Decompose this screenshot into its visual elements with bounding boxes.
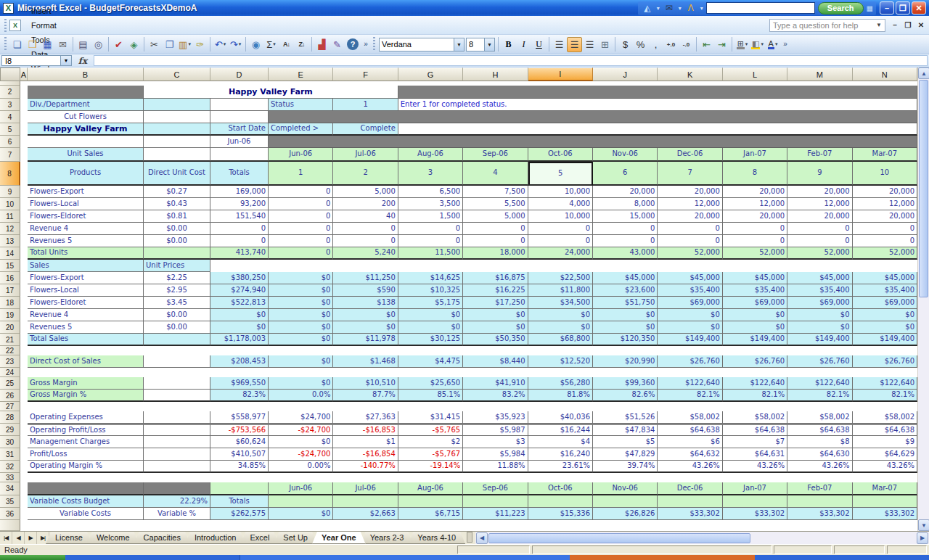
cell-C16[interactable]: $2.25 bbox=[144, 272, 210, 284]
cell-C19[interactable]: $0.00 bbox=[144, 309, 210, 321]
row-header-18[interactable]: 18 bbox=[0, 297, 20, 309]
copy-button[interactable]: ❐ bbox=[162, 37, 177, 52]
cell-I35[interactable] bbox=[528, 495, 593, 508]
cell-D4[interactable] bbox=[210, 111, 269, 123]
cell-F9[interactable]: 5,000 bbox=[333, 186, 398, 198]
cell-N10[interactable]: 12,000 bbox=[853, 198, 917, 210]
addon-search-input[interactable] bbox=[706, 2, 815, 14]
cell-D7[interactable] bbox=[210, 148, 269, 162]
currency-button[interactable]: $ bbox=[618, 37, 633, 52]
cell-G13[interactable]: 0 bbox=[398, 235, 463, 247]
comma-button[interactable]: , bbox=[648, 37, 663, 52]
cell-I10[interactable]: 4,000 bbox=[528, 198, 593, 210]
cell-K20[interactable]: $0 bbox=[658, 321, 722, 334]
font-color-button[interactable]: A▾ bbox=[765, 37, 780, 52]
cell-B25[interactable]: Gross Margin bbox=[28, 377, 144, 390]
cell-N30[interactable]: $9 bbox=[853, 436, 917, 448]
cell-K25[interactable]: $122,640 bbox=[658, 377, 722, 390]
workbook-minimize-button[interactable]: – bbox=[890, 21, 900, 29]
cell-L19[interactable]: $0 bbox=[723, 309, 787, 321]
cell-L12[interactable]: 0 bbox=[723, 223, 787, 235]
cell-D26[interactable]: 82.3% bbox=[210, 390, 269, 402]
cell-I7[interactable]: Oct-06 bbox=[528, 148, 593, 162]
cell-M21[interactable]: $149,400 bbox=[787, 334, 852, 346]
cell-K36[interactable]: $33,302 bbox=[658, 508, 722, 520]
cell-F7[interactable]: Jul-06 bbox=[333, 148, 398, 162]
cell-M9[interactable]: 20,000 bbox=[787, 186, 852, 198]
cell-L17[interactable]: $35,400 bbox=[723, 284, 787, 297]
cell-M32[interactable]: 43.26% bbox=[787, 461, 852, 473]
cell-B8[interactable]: Products bbox=[28, 162, 144, 186]
cell-G9[interactable]: 6,500 bbox=[398, 186, 463, 198]
aim-running-man-icon[interactable]: Λ bbox=[684, 2, 697, 14]
cell-K13[interactable]: 0 bbox=[658, 235, 722, 247]
cell-N26[interactable]: 82.1% bbox=[853, 390, 917, 402]
cell-G20[interactable]: $0 bbox=[398, 321, 463, 334]
cell-C32[interactable] bbox=[144, 461, 210, 473]
cell-N7[interactable]: Mar-07 bbox=[853, 148, 917, 162]
cell-N36[interactable]: $33,302 bbox=[853, 508, 917, 520]
cell-E12[interactable]: 0 bbox=[269, 223, 333, 235]
bold-button[interactable]: B bbox=[501, 37, 516, 52]
new-document-button[interactable]: ❏ bbox=[9, 37, 25, 52]
cell-H10[interactable]: 5,500 bbox=[463, 198, 528, 210]
cell-B3[interactable]: Div./Department bbox=[28, 99, 144, 111]
row-header-13[interactable]: 13 bbox=[0, 235, 20, 247]
cell-H31[interactable]: $5,984 bbox=[463, 448, 528, 461]
cell-N19[interactable]: $0 bbox=[853, 309, 917, 321]
underline-button[interactable]: U bbox=[531, 37, 547, 52]
cell-I31[interactable]: $16,240 bbox=[528, 448, 593, 461]
cell-H34[interactable]: Sep-06 bbox=[463, 482, 528, 495]
cell-B14[interactable]: Total Units bbox=[28, 247, 144, 260]
cell-C2[interactable]: Happy Valley Farm bbox=[144, 86, 398, 99]
chevron-down-icon[interactable]: ▾ bbox=[761, 41, 764, 47]
row-header-22[interactable]: 22 bbox=[0, 346, 20, 355]
cell-J32[interactable]: 39.74% bbox=[593, 461, 658, 473]
cell-E29[interactable]: -$24,700 bbox=[269, 424, 333, 436]
cell-J30[interactable]: $5 bbox=[593, 436, 658, 448]
cell-G30[interactable]: $2 bbox=[398, 436, 463, 448]
cell-B32[interactable]: Operating Margin % bbox=[28, 461, 144, 473]
column-header-J[interactable]: J bbox=[593, 67, 658, 81]
cell-L9[interactable]: 20,000 bbox=[723, 186, 787, 198]
scroll-down-icon[interactable]: ▼ bbox=[918, 519, 929, 531]
addon-search-button[interactable]: Search bbox=[818, 2, 864, 15]
cell-K21[interactable]: $149,400 bbox=[658, 334, 722, 346]
chevron-down-icon[interactable]: ▾ bbox=[679, 5, 682, 12]
cell-E3[interactable]: Status bbox=[269, 99, 333, 111]
cell-B7[interactable]: Unit Sales bbox=[28, 148, 144, 162]
cell-F26[interactable]: 87.7% bbox=[333, 390, 398, 402]
cell-G23[interactable]: $4,475 bbox=[398, 355, 463, 368]
cell-B29[interactable]: Operating Profit/Loss bbox=[28, 424, 144, 436]
column-header-M[interactable]: M bbox=[787, 67, 852, 81]
cell-B9[interactable]: Flowers-Export bbox=[28, 186, 144, 198]
cell-G35[interactable] bbox=[398, 495, 463, 508]
cell-E34[interactable]: Jun-06 bbox=[269, 482, 333, 495]
cell-D8[interactable]: Totals bbox=[210, 162, 269, 186]
column-header-I[interactable]: I bbox=[528, 67, 593, 81]
cell-J13[interactable]: 0 bbox=[593, 235, 658, 247]
decrease-decimal-button[interactable]: -.0 bbox=[679, 37, 694, 52]
sheet-tab-years-4-10[interactable]: Years 4-10 bbox=[408, 532, 465, 544]
cell-F30[interactable]: $1 bbox=[333, 436, 398, 448]
addon-grid-icon[interactable]: ▦ bbox=[867, 4, 873, 12]
cell-H8[interactable]: 4 bbox=[463, 162, 528, 186]
row-header-4[interactable]: 4 bbox=[0, 111, 20, 123]
research-button[interactable]: ◈ bbox=[126, 37, 142, 52]
cell-G25[interactable]: $25,650 bbox=[398, 377, 463, 390]
cell-L32[interactable]: 43.26% bbox=[723, 461, 787, 473]
tab-nav-2[interactable]: ▶ bbox=[25, 532, 37, 544]
cell-F35[interactable] bbox=[333, 495, 398, 508]
cell-K32[interactable]: 43.26% bbox=[658, 461, 722, 473]
cell-M19[interactable]: $0 bbox=[787, 309, 852, 321]
cell-F12[interactable]: 0 bbox=[333, 223, 398, 235]
cell-B2[interactable] bbox=[28, 86, 144, 99]
cell-E13[interactable]: 0 bbox=[269, 235, 333, 247]
cell-J10[interactable]: 8,000 bbox=[593, 198, 658, 210]
cell-B23[interactable]: Direct Cost of Sales bbox=[28, 355, 144, 368]
cell-M10[interactable]: 12,000 bbox=[787, 198, 852, 210]
chevron-down-icon[interactable]: ▾ bbox=[188, 41, 191, 47]
cell-L11[interactable]: 20,000 bbox=[723, 210, 787, 223]
cell-G31[interactable]: -$5,767 bbox=[398, 448, 463, 461]
cell-N28[interactable]: $58,002 bbox=[853, 411, 917, 424]
